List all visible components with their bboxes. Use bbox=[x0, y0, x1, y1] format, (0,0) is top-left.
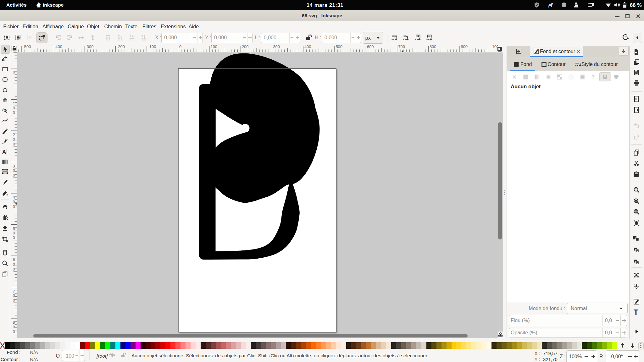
svg-text:0: 0 bbox=[13, 200, 15, 204]
svg-text:0: 0 bbox=[13, 325, 15, 329]
svg-text:0: 0 bbox=[13, 293, 15, 298]
svg-text:0: 0 bbox=[13, 70, 15, 74]
svg-text:0: 0 bbox=[13, 173, 15, 178]
svg-text:0: 0 bbox=[13, 110, 15, 115]
svg-text:0: 0 bbox=[13, 329, 15, 334]
svg-text:1: 1 bbox=[13, 101, 15, 106]
svg-text:0: 0 bbox=[13, 231, 15, 235]
svg-text:5: 5 bbox=[13, 226, 15, 231]
svg-text:0: 0 bbox=[13, 235, 15, 240]
svg-text:0: 0 bbox=[13, 168, 15, 173]
svg-text:0: 0 bbox=[13, 142, 15, 146]
svg-text:0: 0 bbox=[13, 298, 15, 303]
svg-text:0: 0 bbox=[13, 137, 15, 142]
svg-text:0: 0 bbox=[13, 204, 15, 209]
svg-text:2: 2 bbox=[13, 132, 15, 137]
svg-text:6: 6 bbox=[13, 257, 15, 262]
svg-text:0: 0 bbox=[13, 106, 15, 110]
svg-text:4: 4 bbox=[13, 195, 15, 200]
svg-text:3: 3 bbox=[13, 164, 15, 168]
svg-text:0: 0 bbox=[13, 267, 15, 272]
svg-text:0: 0 bbox=[13, 262, 15, 267]
svg-text:8: 8 bbox=[13, 320, 15, 325]
svg-text:7: 7 bbox=[13, 289, 15, 293]
